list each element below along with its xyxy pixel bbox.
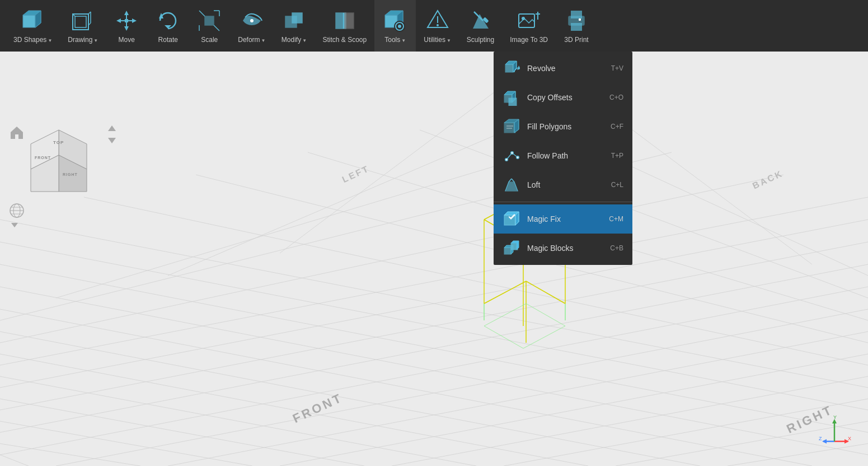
toolbar: 3D Shapes▼ Drawing▼	[0, 0, 868, 52]
svg-marker-12	[132, 18, 137, 23]
svg-rect-30	[344, 13, 354, 29]
menu-separator	[494, 202, 632, 202]
svg-line-151	[509, 179, 512, 182]
rotate-icon	[155, 8, 181, 34]
toolbar-item-rotate[interactable]: Rotate	[147, 0, 189, 52]
sculpting-icon	[468, 8, 494, 34]
toolbar-item-move[interactable]: Move	[106, 0, 147, 52]
toolbar-item-utilities[interactable]: Utilities▼	[416, 0, 459, 52]
svg-point-147	[517, 157, 519, 159]
svg-rect-0	[23, 15, 35, 27]
scale-icon	[196, 8, 222, 34]
svg-marker-11	[116, 18, 121, 23]
svg-text:Z: Z	[819, 436, 822, 441]
toolbar-item-scale[interactable]: Scale	[189, 0, 230, 52]
toolbar-item-3d-print[interactable]: 3D Print	[556, 0, 597, 52]
svg-point-37	[398, 25, 401, 28]
viewport[interactable]: TOP FRONT RIGHT FRONT RIGHT LEFT BACK	[0, 52, 868, 466]
image-icon	[516, 8, 542, 34]
svg-rect-13	[125, 19, 128, 22]
menu-item-magic-fix[interactable]: Magic Fix C+M	[494, 204, 632, 234]
orientation-cube[interactable]: TOP FRONT RIGHT	[22, 124, 95, 197]
svg-rect-28	[292, 13, 302, 23]
svg-point-26	[250, 19, 254, 22]
menu-item-magic-blocks[interactable]: Magic Blocks C+B	[494, 234, 632, 263]
menu-item-loft[interactable]: Loft C+L	[494, 170, 632, 199]
toolbar-item-deform[interactable]: Deform▼	[230, 0, 273, 52]
svg-line-144	[512, 153, 518, 157]
svg-point-40	[437, 24, 439, 26]
axes-indicator: Z X Y	[818, 413, 851, 449]
print-icon	[564, 8, 589, 34]
modify-icon	[281, 8, 307, 34]
grid-canvas	[0, 52, 868, 466]
svg-rect-127	[505, 64, 513, 72]
svg-line-143	[506, 153, 512, 160]
svg-marker-9	[124, 11, 129, 15]
svg-text:RIGHT: RIGHT	[63, 173, 78, 176]
toolbar-item-modify[interactable]: Modify▼	[274, 0, 315, 52]
revolve-icon	[503, 59, 520, 77]
svg-rect-50	[579, 18, 581, 21]
menu-item-fill-polygons[interactable]: Fill Polygons C+F	[494, 112, 632, 141]
svg-marker-10	[124, 26, 129, 31]
svg-marker-119	[822, 439, 827, 444]
svg-marker-110	[108, 125, 116, 131]
loft-icon	[503, 176, 520, 194]
svg-rect-20	[205, 16, 214, 25]
svg-marker-111	[108, 138, 116, 143]
svg-rect-4	[75, 16, 86, 27]
svg-text:Y: Y	[833, 414, 837, 420]
svg-point-145	[506, 159, 508, 161]
toolbar-item-stitch-scoop[interactable]: Stitch & Scoop	[315, 0, 375, 52]
nav-arrows[interactable]	[104, 123, 120, 148]
tools-icon	[382, 8, 408, 34]
svg-rect-49	[571, 23, 582, 31]
svg-marker-117	[11, 223, 18, 227]
tools-dropdown-menu: Revolve T+V Copy Offsets C+O Fill P	[494, 52, 632, 265]
stitch-icon	[332, 8, 358, 34]
svg-rect-157	[504, 248, 511, 254]
menu-item-copy-offsets[interactable]: Copy Offsets C+O	[494, 83, 632, 112]
menu-item-revolve[interactable]: Revolve T+V	[494, 54, 632, 83]
copy-offsets-icon	[503, 88, 520, 106]
svg-point-146	[512, 152, 513, 154]
globe-icon[interactable]	[8, 202, 26, 222]
svg-rect-134	[509, 98, 517, 106]
utilities-icon	[425, 8, 451, 34]
menu-item-follow-path[interactable]: Follow Path T+P	[494, 141, 632, 170]
deform-icon	[239, 8, 265, 34]
toolbar-item-tools[interactable]: Tools▼	[374, 0, 416, 52]
drawing-icon	[70, 8, 96, 34]
svg-text:FRONT: FRONT	[35, 156, 51, 160]
svg-line-24	[214, 25, 219, 31]
toolbar-item-3d-shapes[interactable]: 3D Shapes▼	[6, 0, 60, 52]
globe-down-arrow	[11, 220, 18, 230]
move-icon	[114, 8, 139, 34]
svg-text:TOP: TOP	[53, 140, 64, 145]
toolbar-item-image-to-3d[interactable]: Image To 3D	[502, 0, 556, 52]
svg-line-21	[199, 11, 205, 16]
svg-text:X: X	[848, 436, 851, 441]
magic-fix-icon	[503, 210, 520, 228]
svg-rect-51	[0, 52, 868, 466]
toolbar-item-sculpting[interactable]: Sculpting	[459, 0, 502, 52]
cube-icon	[20, 8, 46, 34]
svg-line-152	[512, 179, 514, 182]
toolbar-item-drawing[interactable]: Drawing▼	[60, 0, 106, 52]
fill-polygons-icon	[503, 118, 520, 136]
svg-rect-135	[504, 123, 515, 133]
magic-blocks-icon	[503, 239, 520, 257]
follow-path-icon	[503, 147, 520, 165]
